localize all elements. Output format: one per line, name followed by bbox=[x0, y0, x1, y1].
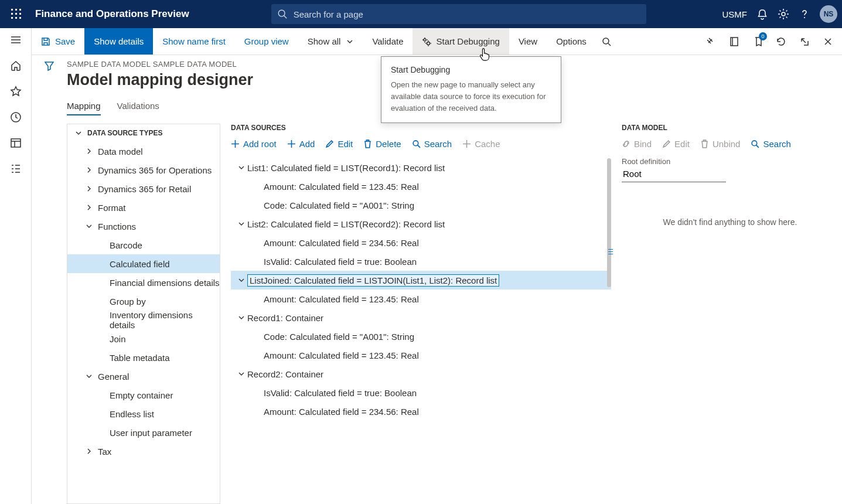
gears-icon bbox=[422, 37, 431, 46]
modules-icon[interactable] bbox=[10, 163, 22, 175]
delete-button[interactable]: Delete bbox=[363, 139, 401, 149]
tab-mapping[interactable]: Mapping bbox=[67, 101, 101, 115]
ds-row[interactable]: ListJoined: Calculated field = LISTJOIN(… bbox=[231, 271, 611, 290]
type-item[interactable]: Calculated field bbox=[67, 254, 220, 273]
type-item[interactable]: Tax bbox=[67, 442, 220, 461]
edit-button[interactable]: Edit bbox=[325, 139, 353, 149]
expand-icon[interactable] bbox=[236, 221, 247, 227]
ds-row[interactable]: Amount: Calculated field = 123.45: Real bbox=[231, 290, 611, 308]
global-search[interactable]: Search for a page bbox=[271, 4, 646, 24]
ds-row[interactable]: IsValid: Calculated field = true: Boolea… bbox=[231, 383, 611, 402]
type-item[interactable]: Financial dimensions details bbox=[67, 273, 220, 292]
ds-row[interactable]: List1: Calculated field = LIST(Record1):… bbox=[231, 158, 611, 177]
view-button[interactable]: View bbox=[509, 28, 547, 55]
workspace-icon[interactable] bbox=[10, 137, 22, 149]
options-button[interactable]: Options bbox=[547, 28, 596, 55]
ds-label: Code: Calculated field = "A001": String bbox=[264, 332, 414, 342]
notes-icon[interactable]: 0 bbox=[747, 31, 768, 52]
type-label: Table metadata bbox=[110, 353, 170, 363]
start-debugging-button[interactable]: Start Debugging bbox=[413, 28, 509, 55]
type-item[interactable]: Group by bbox=[67, 292, 220, 311]
save-button[interactable]: Save bbox=[32, 28, 84, 55]
type-item[interactable]: Empty container bbox=[67, 386, 220, 404]
types-header-row[interactable]: DATA SOURCE TYPES bbox=[67, 124, 220, 142]
expand-icon[interactable] bbox=[84, 448, 94, 454]
expand-icon[interactable] bbox=[84, 373, 94, 379]
expand-icon[interactable] bbox=[84, 223, 94, 229]
column-resize-handle[interactable] bbox=[608, 241, 613, 262]
type-item[interactable]: Format bbox=[67, 198, 220, 217]
show-details-button[interactable]: Show details bbox=[84, 28, 153, 55]
type-item[interactable]: General bbox=[67, 367, 220, 386]
close-icon[interactable] bbox=[817, 31, 838, 52]
type-item[interactable]: User input parameter bbox=[67, 423, 220, 442]
ds-row[interactable]: Amount: Calculated field = 234.56: Real bbox=[231, 402, 611, 421]
search-button[interactable]: Search bbox=[412, 139, 452, 149]
data-source-types-panel: DATA SOURCE TYPES Data modelDynamics 365… bbox=[67, 124, 220, 504]
ds-row[interactable]: Record2: Container bbox=[231, 365, 611, 383]
help-icon[interactable] bbox=[799, 8, 810, 20]
avatar-initials: NS bbox=[824, 10, 834, 18]
validate-button[interactable]: Validate bbox=[363, 28, 413, 55]
search-button[interactable]: Search bbox=[751, 139, 791, 149]
tab-validations[interactable]: Validations bbox=[117, 101, 159, 115]
star-icon[interactable] bbox=[10, 86, 22, 97]
recent-icon[interactable] bbox=[10, 111, 22, 123]
type-item[interactable]: Data model bbox=[67, 142, 220, 161]
tooltip-body: Open the new page to manually select any… bbox=[391, 79, 551, 114]
expand-icon[interactable] bbox=[84, 186, 94, 192]
expand-icon[interactable] bbox=[84, 205, 94, 210]
ds-row[interactable]: Code: Calculated field = "A001": String bbox=[231, 327, 611, 346]
gear-icon[interactable] bbox=[778, 8, 789, 20]
show-name-first-button[interactable]: Show name first bbox=[153, 28, 235, 55]
svg-point-11 bbox=[782, 12, 785, 16]
ds-row[interactable]: Amount: Calculated field = 234.56: Real bbox=[231, 233, 611, 252]
expand-icon[interactable] bbox=[84, 167, 94, 173]
ds-row[interactable]: Amount: Calculated field = 123.45: Real bbox=[231, 346, 611, 365]
empty-state: We didn't find anything to show here. bbox=[622, 217, 838, 227]
type-item[interactable]: Table metadata bbox=[67, 348, 220, 367]
search-icon bbox=[277, 9, 288, 19]
content: Save Show details Show name first Group … bbox=[32, 28, 842, 504]
expand-icon[interactable] bbox=[236, 165, 247, 171]
avatar[interactable]: NS bbox=[820, 5, 837, 23]
ds-row[interactable]: Record1: Container bbox=[231, 308, 611, 327]
app-launcher-icon[interactable] bbox=[5, 2, 28, 26]
refresh-icon[interactable] bbox=[771, 31, 792, 52]
type-item[interactable]: Inventory dimensions details bbox=[67, 311, 220, 329]
expand-icon[interactable] bbox=[236, 277, 247, 283]
ds-label: Record1: Container bbox=[247, 313, 323, 323]
type-item[interactable]: Dynamics 365 for Operations bbox=[67, 161, 220, 179]
type-item[interactable]: Barcode bbox=[67, 236, 220, 254]
ds-row[interactable]: Code: Calculated field = "A001": String bbox=[231, 196, 611, 214]
bell-icon[interactable] bbox=[756, 8, 768, 20]
type-item[interactable]: Functions bbox=[67, 217, 220, 236]
root-definition-input[interactable] bbox=[622, 166, 726, 182]
search-command[interactable] bbox=[596, 28, 617, 55]
type-label: Inventory dimensions details bbox=[110, 310, 220, 330]
ds-row[interactable]: Amount: Calculated field = 123.45: Real bbox=[231, 177, 611, 196]
add-button[interactable]: Add bbox=[287, 139, 315, 149]
filter-icon[interactable] bbox=[43, 60, 55, 71]
ds-tree: List1: Calculated field = LIST(Record1):… bbox=[231, 158, 611, 504]
expand-icon[interactable] bbox=[84, 148, 94, 154]
expand-icon[interactable] bbox=[236, 371, 247, 377]
office-icon[interactable] bbox=[724, 31, 745, 52]
ds-row[interactable]: IsValid: Calculated field = true: Boolea… bbox=[231, 252, 611, 271]
popout-icon[interactable] bbox=[794, 31, 815, 52]
show-all-button[interactable]: Show all bbox=[298, 28, 363, 55]
company-label[interactable]: USMF bbox=[722, 9, 748, 19]
home-icon[interactable] bbox=[10, 60, 22, 71]
scrollbar-thumb[interactable] bbox=[607, 158, 611, 287]
expand-icon[interactable] bbox=[236, 315, 247, 321]
menu-icon[interactable] bbox=[10, 34, 22, 46]
type-item[interactable]: Join bbox=[67, 329, 220, 348]
type-item[interactable]: Dynamics 365 for Retail bbox=[67, 179, 220, 198]
group-view-button[interactable]: Group view bbox=[235, 28, 298, 55]
svg-rect-2 bbox=[19, 9, 21, 11]
ds-row[interactable]: List2: Calculated field = LIST(Record2):… bbox=[231, 214, 611, 233]
add-root-button[interactable]: Add root bbox=[231, 139, 277, 149]
attach-icon[interactable] bbox=[700, 31, 721, 52]
type-item[interactable]: Endless list bbox=[67, 404, 220, 423]
svg-rect-19 bbox=[731, 38, 738, 46]
